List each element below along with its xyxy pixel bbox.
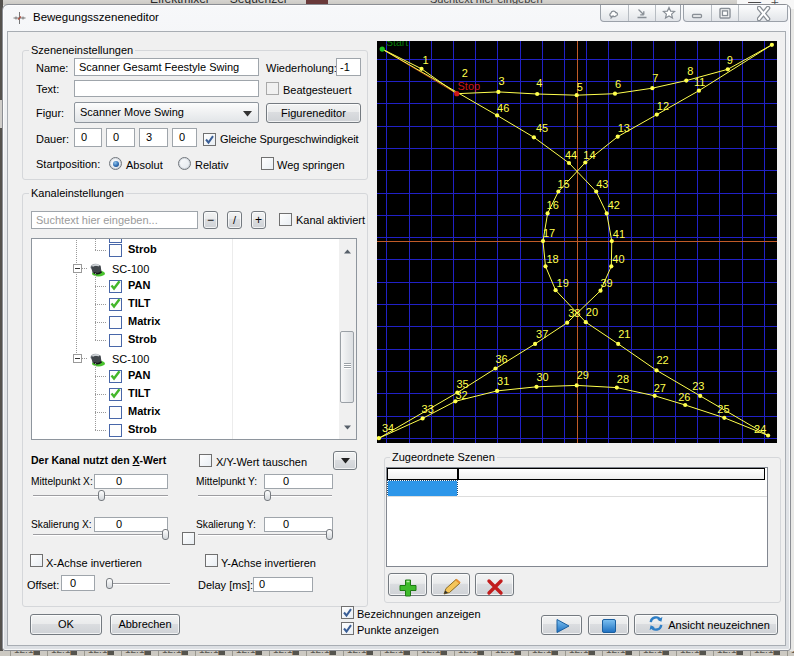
svg-text:14: 14 [583, 149, 595, 161]
svg-text:13: 13 [618, 122, 630, 134]
svg-text:31: 31 [497, 375, 509, 387]
svg-text:23: 23 [692, 380, 704, 392]
svg-text:Start: Start [386, 41, 408, 48]
svg-text:43: 43 [596, 178, 608, 190]
svg-text:19: 19 [557, 277, 569, 289]
svg-text:29: 29 [577, 369, 589, 381]
svg-text:8: 8 [687, 65, 693, 77]
svg-text:30: 30 [537, 371, 549, 383]
svg-text:17: 17 [543, 227, 555, 239]
svg-text:24: 24 [754, 423, 766, 435]
svg-text:26: 26 [678, 391, 690, 403]
svg-text:11: 11 [694, 76, 705, 88]
svg-text:35: 35 [456, 378, 468, 390]
svg-text:42: 42 [608, 199, 620, 211]
svg-text:46: 46 [497, 102, 509, 114]
svg-text:27: 27 [654, 382, 666, 394]
svg-text:36: 36 [496, 353, 508, 365]
svg-text:21: 21 [618, 328, 630, 340]
svg-text:39: 39 [601, 277, 613, 289]
svg-text:2: 2 [462, 67, 468, 79]
svg-text:5: 5 [577, 81, 583, 93]
svg-text:1: 1 [423, 54, 429, 66]
svg-text:15: 15 [557, 178, 569, 190]
svg-text:37: 37 [536, 328, 548, 340]
svg-text:6: 6 [615, 78, 621, 90]
svg-text:16: 16 [547, 199, 559, 211]
svg-text:25: 25 [717, 403, 729, 415]
svg-text:Stop: Stop [458, 80, 481, 92]
svg-text:34: 34 [382, 422, 394, 434]
svg-text:44: 44 [565, 149, 577, 161]
svg-text:20: 20 [586, 306, 598, 318]
svg-text:4: 4 [536, 77, 542, 89]
svg-text:41: 41 [613, 228, 625, 240]
svg-text:40: 40 [612, 253, 624, 265]
svg-text:38: 38 [568, 307, 580, 319]
svg-text:22: 22 [657, 354, 669, 366]
svg-text:28: 28 [617, 373, 629, 385]
svg-text:33: 33 [422, 403, 434, 415]
svg-text:9: 9 [727, 54, 733, 66]
svg-text:3: 3 [498, 75, 504, 87]
svg-text:45: 45 [536, 122, 548, 134]
svg-text:12: 12 [657, 100, 669, 112]
svg-text:18: 18 [547, 253, 559, 265]
svg-text:32: 32 [455, 389, 467, 401]
svg-text:7: 7 [652, 72, 658, 84]
